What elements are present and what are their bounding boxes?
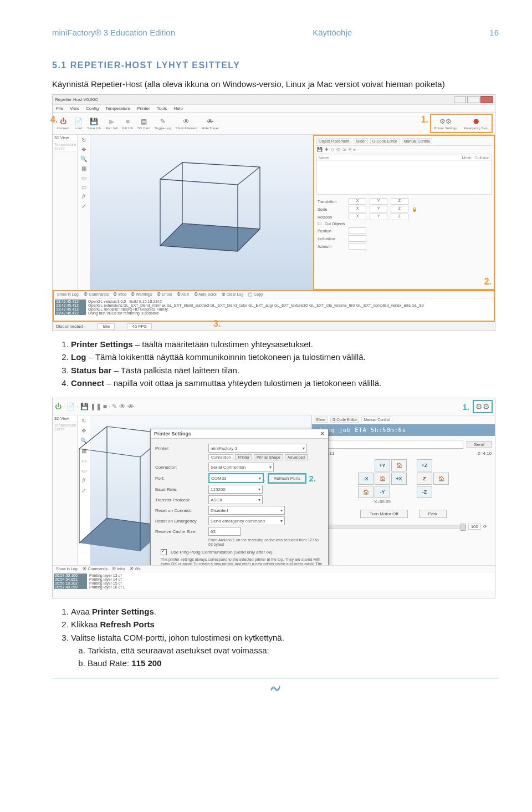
dialog-title: Printer Settings <box>154 431 191 437</box>
xminus-button[interactable]: -X <box>358 473 374 485</box>
callout-4: 4. <box>50 115 58 125</box>
showfilament-button[interactable]: 👁Show Filament <box>173 116 200 131</box>
page-footer <box>52 678 499 694</box>
printer-settings-gear-button[interactable]: ⚙⚙ <box>473 400 493 413</box>
list-1: Printer Settings – täältä määritetään tu… <box>52 339 499 389</box>
parallel-icon[interactable]: // <box>82 194 85 200</box>
coord-z: Z=4.10 <box>478 451 492 456</box>
sdcard-button[interactable]: ▤SD Card <box>135 116 152 131</box>
pause-icon[interactable]: ❚❚ <box>90 403 101 410</box>
xplus-button[interactable]: +X <box>391 473 407 485</box>
iso-view-icon[interactable]: ▦ <box>81 165 86 171</box>
motor-off-button[interactable]: Turn Motor Off <box>360 510 408 518</box>
dialog-close-icon[interactable]: ✕ <box>320 431 325 437</box>
tab-obj[interactable]: Object Placement <box>316 138 351 144</box>
reset-select[interactable]: Disabled <box>208 506 285 515</box>
printer-select[interactable]: miniFactory-3 <box>208 444 307 453</box>
zplus-button[interactable]: +Z <box>417 459 432 471</box>
tab-tempcurve[interactable]: Temperature Curve <box>53 141 77 152</box>
savejob-button[interactable]: 💾Save Job <box>85 116 103 131</box>
tab-manual[interactable]: Manual Control <box>402 138 432 144</box>
zminus-button[interactable]: -Z <box>417 486 432 498</box>
yplus-button[interactable]: +Y <box>375 459 390 471</box>
save-icon[interactable]: 💾 <box>80 403 89 410</box>
menu-bar: File View Config Temperature Printer Too… <box>53 105 495 113</box>
stop-icon[interactable]: ■ <box>103 403 107 410</box>
tab-printer[interactable]: Printer <box>235 454 252 460</box>
gcode-input[interactable] <box>315 440 463 449</box>
yminus-button[interactable]: -Y <box>375 486 390 498</box>
send-button[interactable]: Send <box>467 441 492 448</box>
move-icon[interactable]: ✥ <box>81 146 86 153</box>
refresh-ports-button[interactable]: Refresh Ports <box>269 474 306 483</box>
pencil-icon[interactable]: ✎ <box>112 403 117 410</box>
port-select[interactable]: COM33 <box>208 473 264 483</box>
log-panel-2: Show in Log: ⦿ Commands ⦿ Infos ⦿ Wa 20:… <box>53 565 495 598</box>
emerg-select[interactable]: Send emergency command <box>208 516 285 525</box>
connector-select[interactable]: Serial Connection <box>208 463 274 471</box>
copy-icon: ⎘ <box>349 147 351 152</box>
baud-select[interactable]: 115200 <box>208 485 263 494</box>
save-icon: 💾 <box>317 147 323 152</box>
home-x-button[interactable]: 🏠 <box>358 486 374 498</box>
menu-temperature[interactable]: Temperature <box>105 106 130 111</box>
menu-help[interactable]: Help <box>173 106 182 111</box>
front-view-icon[interactable]: ▭ <box>81 175 86 181</box>
tab-advanced[interactable]: Advanced <box>285 454 308 460</box>
object-list[interactable]: NameMeshCollision <box>316 155 492 195</box>
minimize-icon[interactable] <box>454 96 466 103</box>
section-heading: 5.1 REPETIER-HOST LYHYT ESITTELY <box>52 60 499 70</box>
callout-1: 1. <box>421 115 428 125</box>
pingpong-checkbox[interactable] <box>161 549 167 555</box>
runjob-button[interactable]: ▶Run Job <box>103 116 120 131</box>
home-y-button[interactable]: 🏠 <box>391 459 407 471</box>
printer-settings-button[interactable]: ⚙⚙Printer Settings <box>432 116 459 131</box>
tab-gcode[interactable]: G-Code Editor <box>330 417 360 423</box>
home-all-button[interactable]: 🏠 <box>375 473 390 485</box>
manual-control-panel: Slicer G-Code Editor Manual Control ntin… <box>311 415 495 565</box>
menu-tools[interactable]: Tools <box>157 106 167 111</box>
killjob-button[interactable]: ■Kill Job <box>120 116 135 131</box>
menu-config[interactable]: Config <box>86 106 99 111</box>
obj-toolbar[interactable]: 💾✚◇◎⇲⎘▸ <box>315 146 493 154</box>
tab-manual[interactable]: Manual Control <box>361 417 392 423</box>
close-icon[interactable] <box>480 96 493 103</box>
header-left: miniFactory® 3 Education Edition <box>52 28 175 37</box>
open-icon[interactable]: 📄 <box>66 403 75 410</box>
main-toolbar: ⏻Connect 📄Load 💾Save Job ▶Run Job ■Kill … <box>53 113 495 135</box>
coord-x: X=85.55 <box>358 499 407 504</box>
fit-icon[interactable]: ⤢ <box>81 203 86 209</box>
maximize-icon[interactable] <box>467 96 479 103</box>
menu-view[interactable]: View <box>70 106 79 111</box>
tab-printer-shape[interactable]: Printer Shape <box>254 454 283 460</box>
reset-view-icon[interactable]: ↻ <box>81 137 86 143</box>
cache-input[interactable]: 63 <box>208 527 241 536</box>
tab-connection[interactable]: Connection <box>208 454 233 460</box>
protocol-select[interactable]: ASCII <box>208 495 263 504</box>
callout-3: 3. <box>213 319 221 329</box>
list-2: Avaa Printer Settings. Klikkaa Refresh P… <box>52 606 499 669</box>
top-view-icon[interactable]: ▭ <box>81 184 86 190</box>
load-button[interactable]: 📄Load <box>71 116 85 131</box>
tab-slicer[interactable]: Slicer <box>354 138 368 144</box>
eye-off-icon[interactable]: 👁 <box>127 403 134 410</box>
emergency-stop-button[interactable]: ⬣Emergency Stop <box>462 116 490 131</box>
menu-printer[interactable]: Printer <box>137 106 150 111</box>
connect-icon[interactable]: ⏻ <box>55 403 62 410</box>
speed-slider[interactable]: 100 ⟳ <box>315 524 492 530</box>
togglelog-button[interactable]: ✎Toggle Log <box>152 116 173 131</box>
tab-gcode[interactable]: G-Code Editor <box>370 138 400 144</box>
tab-3dview[interactable]: 3D View <box>53 135 77 141</box>
hidetravel-button[interactable]: 👁Hide Travel <box>200 116 221 131</box>
eye-icon[interactable]: 👁 <box>119 403 126 410</box>
section-intro: Käynnistä Repetier-Host (alla oleva ikku… <box>52 79 499 89</box>
menu-file[interactable]: File <box>56 106 63 111</box>
3d-viewport[interactable] <box>90 135 313 290</box>
status-bar: Disconnected - Idle 46 FPS 3. <box>53 322 495 331</box>
eta-header: nting job ETA 5h:50m:6s <box>312 424 495 436</box>
tab-slicer[interactable]: Slicer <box>314 417 328 423</box>
home-z-button[interactable]: 🏠 <box>433 473 449 485</box>
zoom-icon[interactable]: 🔍 <box>80 156 87 162</box>
screenshot-2: ⏻ ·📄· 💾 ❚❚ ■ · ✎ 👁 👁 1. ⚙⚙ 3D View Tem <box>52 398 495 598</box>
park-button[interactable]: Park <box>419 510 447 518</box>
